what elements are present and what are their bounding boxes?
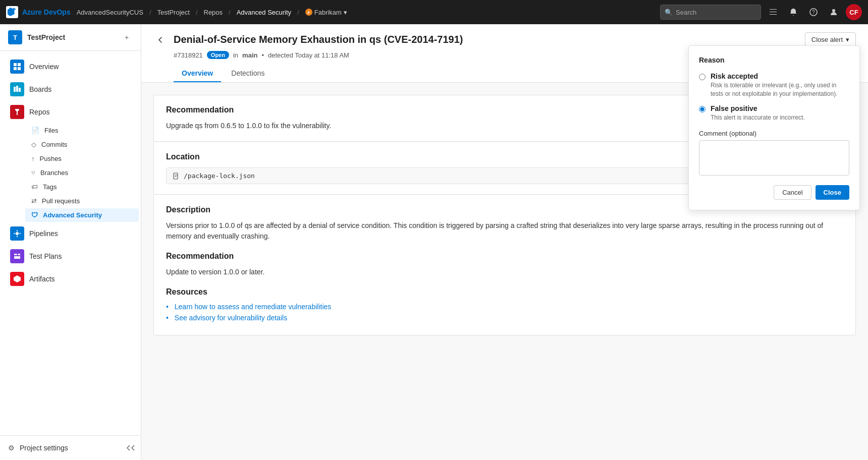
close-alert-button[interactable]: Close alert ▾ [805, 32, 856, 47]
radio-risk-accepted[interactable] [699, 74, 706, 80]
sidebar-item-artifacts-label: Artifacts [29, 275, 55, 283]
sidebar-item-branches-label: Branches [40, 169, 68, 177]
search-box[interactable]: 🔍 Search [660, 5, 761, 20]
topbar-brand[interactable]: Azure DevOps [22, 8, 71, 16]
project-icon: T [8, 30, 22, 44]
add-project-button[interactable]: + [121, 31, 133, 43]
sidebar-item-tags-label: Tags [43, 183, 57, 191]
sidebar-item-repos-label: Repos [29, 108, 49, 116]
settings-icon-btn[interactable] [765, 4, 781, 20]
tags-icon: 🏷 [31, 183, 38, 191]
comment-textarea[interactable] [699, 140, 849, 176]
close-alert-chevron-icon: ▾ [846, 36, 849, 43]
branches-icon: ⑂ [31, 169, 35, 177]
description-text: Versions prior to 1.0.0 of qs are affect… [166, 220, 843, 242]
alert-branch: main [242, 51, 257, 59]
svg-text:?: ? [812, 10, 815, 15]
topbar-crumb-project[interactable]: TestProject [157, 9, 190, 16]
back-button[interactable] [153, 33, 168, 47]
page-title-left: Denial-of-Service Memory Exhaustion in q… [153, 33, 463, 47]
svg-rect-7 [14, 67, 17, 70]
notifications-icon-btn[interactable] [785, 4, 801, 20]
tab-detections[interactable]: Detections [223, 65, 273, 82]
topbar-org[interactable]: AdvancedSecurityCUS [77, 9, 143, 16]
artifacts-icon [10, 272, 24, 286]
azure-devops-logo [6, 6, 18, 18]
topbar-fabrikam[interactable]: F Fabrikam ▾ [305, 9, 347, 16]
project-name: TestProject [27, 33, 121, 41]
sidebar-item-advanced-security[interactable]: 🛡 Advanced Security [25, 208, 139, 222]
collapse-sidebar-button[interactable] [123, 440, 139, 456]
sidebar-item-files[interactable]: 📄 Files [25, 124, 139, 137]
page-title: Denial-of-Service Memory Exhaustion in q… [174, 34, 463, 45]
advanced-security-icon: 🛡 [31, 211, 38, 219]
svg-rect-9 [14, 87, 16, 92]
sidebar-item-commits[interactable]: ◇ Commits [25, 138, 139, 151]
search-icon: 🔍 [665, 9, 673, 16]
description-card: Description Versions prior to 1.0.0 of q… [153, 195, 856, 335]
topbar-crumb-security[interactable]: Advanced Security [237, 9, 291, 16]
sidebar-item-test-plans[interactable]: Test Plans [2, 245, 139, 267]
sidebar-item-files-label: Files [44, 127, 58, 134]
sidebar-item-advanced-security-label: Advanced Security [43, 211, 102, 219]
sidebar-item-repos[interactable]: Repos [2, 101, 139, 123]
close-confirm-button[interactable]: Close [816, 185, 849, 200]
alert-separator: • [261, 51, 264, 59]
panel-actions: Cancel Close [699, 185, 849, 200]
alert-status-badge: Open [207, 51, 229, 59]
sidebar-item-pipelines[interactable]: Pipelines [2, 222, 139, 245]
sidebar-nav: Overview Boards Repos 📄 Files [0, 51, 141, 435]
help-icon-btn[interactable]: ? [805, 4, 822, 20]
account-icon-btn[interactable] [826, 4, 842, 20]
topbar: Azure DevOps AdvancedSecurityCUS / TestP… [0, 0, 868, 24]
false-positive-desc: This alert is inaccurate or incorrect. [711, 113, 805, 122]
file-path: /package-lock.json [184, 172, 255, 180]
svg-rect-5 [14, 63, 17, 66]
resource-link-1[interactable]: Learn how to assess and remediate vulner… [175, 303, 332, 311]
resource-link-2[interactable]: See advisory for vulnerability details [175, 314, 287, 322]
resource-item-1: Learn how to assess and remediate vulner… [166, 303, 843, 311]
topbar-crumb-repos[interactable]: Repos [204, 9, 223, 16]
sidebar-project-header: T TestProject + [0, 24, 141, 51]
repos-subnav: 📄 Files ◇ Commits ↑ Pushes ⑂ Branches 🏷 [0, 124, 141, 222]
search-placeholder: Search [676, 9, 696, 16]
user-avatar[interactable]: CF [846, 4, 862, 20]
sidebar-item-boards[interactable]: Boards [2, 78, 139, 100]
alert-detected: detected Today at 11:18 AM [268, 51, 349, 59]
topbar-fabrikam-label: Fabrikam [314, 9, 342, 16]
sidebar-item-tags[interactable]: 🏷 Tags [25, 180, 139, 194]
sidebar-item-commits-label: Commits [41, 141, 67, 148]
radio-option-risk-accepted: Risk accepted Risk is tolerable or irrel… [699, 72, 849, 98]
pushes-icon: ↑ [31, 155, 35, 162]
close-panel-title: Reason [699, 56, 849, 64]
resource-item-2: See advisory for vulnerability details [166, 314, 843, 322]
pull-requests-icon: ⇄ [31, 197, 37, 205]
sidebar-item-pushes[interactable]: ↑ Pushes [25, 152, 139, 165]
resources-title: Resources [166, 288, 843, 297]
topbar-chevron-icon: ▾ [344, 9, 347, 16]
close-alert-label: Close alert [811, 36, 843, 43]
sidebar-item-pipelines-label: Pipelines [29, 229, 58, 238]
svg-rect-6 [18, 63, 21, 66]
sidebar-item-pull-requests[interactable]: ⇄ Pull requests [25, 194, 139, 208]
cancel-button[interactable]: Cancel [774, 185, 811, 200]
repos-icon [10, 105, 24, 119]
radio-option-false-positive: False positive This alert is inaccurate … [699, 104, 849, 122]
project-settings-link[interactable]: ⚙ Project settings [2, 440, 123, 456]
file-icon [173, 172, 180, 180]
tab-overview[interactable]: Overview [174, 65, 221, 82]
pipelines-icon [10, 226, 24, 241]
commits-icon: ◇ [31, 141, 36, 148]
sidebar-item-overview[interactable]: Overview [2, 55, 139, 78]
overview-icon [10, 60, 24, 74]
sidebar-item-branches[interactable]: ⑂ Branches [25, 166, 139, 180]
svg-rect-13 [174, 173, 178, 179]
risk-accepted-desc: Risk is tolerable or irrelevant (e.g., o… [711, 81, 849, 98]
radio-false-positive[interactable] [699, 106, 706, 112]
svg-text:F: F [307, 11, 310, 15]
false-positive-label: False positive [711, 104, 805, 112]
sidebar-item-artifacts[interactable]: Artifacts [2, 268, 139, 290]
topbar-sep2: / [196, 9, 198, 16]
sidebar: T TestProject + Overview Boards [0, 24, 141, 460]
boards-icon [10, 82, 24, 96]
